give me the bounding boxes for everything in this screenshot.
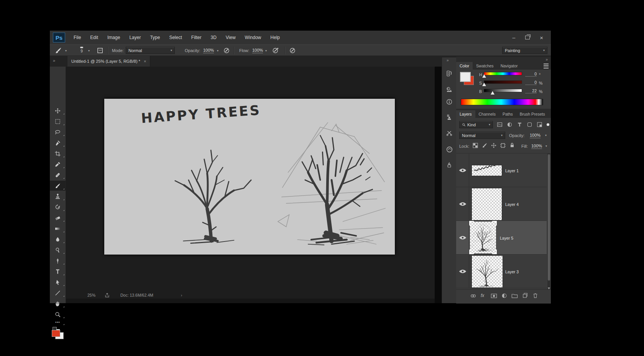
new-layer-icon[interactable] [522,292,528,299]
lock-all-icon[interactable] [509,142,515,148]
menu-type[interactable]: Type [145,31,164,44]
doc-size-info[interactable]: Doc: 13.6M/62.4M [120,293,153,297]
layer-3-visibility-toggle[interactable] [456,255,469,288]
line-tool[interactable] [50,288,66,298]
layer-style-fx-icon[interactable]: fx [481,293,484,298]
layer-filter-kind-select[interactable]: Kind ▾ [459,121,493,128]
layer-row-3[interactable]: Layer 3 [456,255,547,288]
layers-opacity-value[interactable]: 100% [530,133,540,138]
menu-edit[interactable]: Edit [85,31,103,44]
layer-row-1[interactable]: Layer 1 [456,154,547,187]
toggle-brush-panel-icon[interactable] [97,47,104,54]
minimize-button[interactable]: – [512,34,515,41]
opacity-dropdown-icon[interactable]: ▾ [217,49,219,52]
blur-tool[interactable] [50,234,66,244]
blend-mode-select[interactable]: Normal ▾ [459,132,505,139]
brush-tool[interactable] [50,181,66,191]
brightness-slider-handle[interactable] [491,91,495,95]
tab-color[interactable]: Color [456,62,473,70]
brush-size-widget[interactable]: 9 [77,46,86,53]
layer-4-visibility-toggle[interactable] [456,187,469,220]
tab-paths[interactable]: Paths [499,110,516,118]
edit-toolbar-ellipsis[interactable]: ••• [50,318,66,326]
expand-panels-chevron-icon[interactable]: » [447,58,449,62]
dodge-tool[interactable] [50,245,66,255]
close-button[interactable]: × [540,34,543,41]
fill-dropdown-icon[interactable]: ▾ [545,144,547,148]
restore-button[interactable] [525,36,530,39]
hue-slider-handle[interactable] [482,74,486,78]
tab-channels[interactable]: Channels [475,110,499,118]
panel-menu-icon[interactable] [544,64,549,69]
zoom-level-field[interactable]: 25% [87,293,95,297]
saturation-slider[interactable] [484,80,522,84]
layer-name[interactable]: Layer 3 [505,269,519,274]
flow-value[interactable]: 100% [252,48,263,53]
menu-image[interactable]: Image [103,31,125,44]
type-tool[interactable] [50,266,66,276]
filter-adjustment-layers-icon[interactable] [507,122,513,127]
layer-row-5-selected[interactable]: Layer 5 [456,221,547,255]
lock-pixels-icon[interactable] [481,142,488,149]
flow-dropdown-icon[interactable]: ▾ [265,49,267,52]
layer-name[interactable]: Layer 5 [500,236,513,240]
mode-select[interactable]: Normal ▾ [126,47,175,54]
eyedropper-tool[interactable] [50,159,66,169]
menu-filter[interactable]: Filter [187,31,206,44]
foreground-color-swatch[interactable] [52,330,60,337]
airbrush-icon[interactable] [272,47,279,54]
collapse-panels-chevron-icon[interactable]: » [545,57,548,62]
rectangular-marquee-tool[interactable] [50,116,66,126]
menu-help[interactable]: Help [266,31,284,44]
layer-filter-toggle[interactable] [547,123,549,126]
workspace-select[interactable]: Painting ▾ [502,47,547,54]
tool-presets-panel-icon[interactable] [445,160,454,169]
filter-type-layers-icon[interactable] [517,122,522,127]
smoothing-pressure-icon[interactable] [289,47,296,54]
layer-1-visibility-toggle[interactable] [456,154,469,187]
color-spectrum-ramp[interactable] [461,99,543,105]
tab-layers[interactable]: Layers [456,110,475,118]
layers-opacity-dropdown-icon[interactable]: ▾ [545,134,547,137]
fill-value[interactable]: 100% [531,144,542,149]
opacity-value[interactable]: 100% [203,48,214,53]
spot-healing-brush-tool[interactable] [50,170,66,180]
layer-5-thumbnail[interactable] [470,222,496,253]
tools-scissors-panel-icon[interactable] [445,129,454,138]
document-close-icon[interactable]: × [144,59,146,64]
link-layers-icon[interactable] [470,293,476,299]
creative-cloud-panel-icon[interactable] [445,145,454,154]
brush-tool-preset-icon[interactable] [54,47,62,54]
layer-row-4[interactable]: Layer 4 [456,187,547,221]
lock-artboard-icon[interactable] [500,142,506,149]
brightness-value[interactable]: 22 [525,88,537,93]
lock-transparency-icon[interactable] [472,142,478,149]
new-group-folder-icon[interactable] [511,293,518,299]
move-tool[interactable] [50,106,66,116]
layer-name[interactable]: Layer 1 [505,168,519,173]
filter-shape-layers-icon[interactable] [527,122,532,127]
eraser-tool[interactable] [50,213,66,223]
menu-file[interactable]: File [69,31,85,44]
add-layer-mask-icon[interactable] [491,293,497,299]
history-brush-tool[interactable] [50,202,66,212]
path-selection-tool[interactable] [50,277,66,287]
hue-value[interactable]: 0 [525,72,537,77]
brightness-slider[interactable] [484,89,522,92]
layers-scrollbar-thumb[interactable] [548,154,550,281]
gradient-tool[interactable] [50,224,66,234]
status-menu-chevron-icon[interactable]: › [181,293,182,297]
brush-picker-dropdown-icon[interactable]: ▾ [88,49,90,52]
document-tab[interactable]: Untitled-1 @ 25% (Layer 5, RGB/8) * × [67,56,150,67]
layer-4-thumbnail[interactable] [472,188,502,220]
layer-5-visibility-toggle[interactable] [456,221,469,254]
adjustment-layer-icon[interactable] [501,293,507,299]
hue-slider[interactable] [484,72,522,75]
quick-selection-tool[interactable] [50,138,66,148]
document-canvas[interactable]: HAPPY TREES [104,99,395,255]
clone-stamp-tool[interactable] [50,191,66,201]
zoom-tool[interactable] [50,309,66,319]
layer-name[interactable]: Layer 4 [505,202,519,207]
tool-preset-dropdown-icon[interactable]: ▾ [65,49,67,52]
tab-brush-presets[interactable]: Brush Presets [516,110,549,118]
